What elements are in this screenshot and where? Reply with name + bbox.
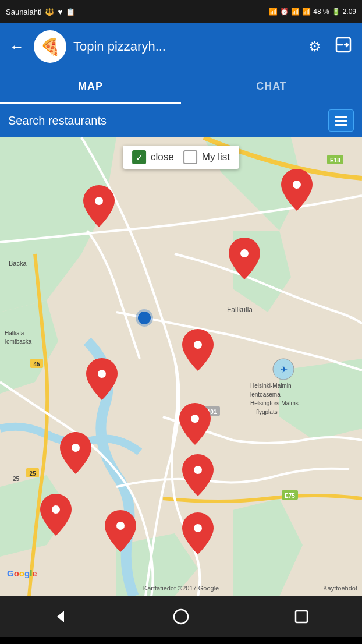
carrier-name: Saunalahti — [6, 8, 41, 16]
filter-bar: ✓ close My list — [123, 146, 239, 169]
battery-percent: 48 % — [313, 8, 329, 16]
exit-button[interactable] — [332, 33, 355, 60]
google-logo: Google — [7, 569, 37, 578]
svg-text:25: 25 — [29, 470, 36, 477]
wifi-icon: 📶 — [291, 8, 300, 16]
nav-back-button[interactable] — [47, 603, 74, 631]
tab-chat[interactable]: CHAT — [181, 70, 362, 102]
app-header: ← 🍕 Topin pizzaryh... ⚙ — [0, 23, 362, 70]
close-checkbox[interactable]: ✓ — [132, 150, 146, 164]
sim-icon: 📶 — [269, 8, 278, 16]
app-title: Topin pizzaryh... — [73, 39, 298, 54]
network-icon: 📶 — [302, 8, 311, 16]
svg-text:E75: E75 — [285, 493, 295, 499]
svg-text:101: 101 — [207, 409, 217, 415]
svg-marker-47 — [57, 611, 64, 622]
svg-text:flygplats: flygplats — [256, 409, 278, 415]
nav-recent-button[interactable] — [288, 603, 315, 631]
mylist-filter[interactable]: My list — [183, 150, 230, 164]
map-terms: Käyttöehdot — [323, 585, 357, 592]
google-attribution: Google — [7, 568, 37, 579]
alarm-icon: ⏰ — [280, 8, 289, 16]
map-svg: E18 E75 45 25 101 Backa Haltiala Tomtbac… — [0, 137, 362, 596]
search-text[interactable]: Search restaurants — [8, 114, 107, 128]
app-icon: 🍕 — [34, 30, 66, 63]
heart-icon: ♥ — [58, 8, 62, 16]
svg-text:Helsinki-Malmin: Helsinki-Malmin — [250, 383, 292, 389]
svg-text:45: 45 — [33, 361, 40, 367]
svg-text:E18: E18 — [330, 157, 340, 164]
status-left: Saunalahti 🔱 ♥ 📋 — [6, 8, 75, 16]
svg-rect-49 — [296, 611, 307, 622]
svg-point-48 — [174, 610, 188, 624]
menu-button[interactable] — [328, 109, 354, 132]
nav-home-button[interactable] — [167, 603, 195, 631]
back-button[interactable]: ← — [7, 36, 27, 58]
svg-text:Tomtbacka: Tomtbacka — [3, 338, 32, 345]
svg-text:25: 25 — [13, 476, 20, 482]
svg-text:✈: ✈ — [280, 365, 288, 374]
svg-text:Helsingfors-Malms: Helsingfors-Malms — [250, 400, 299, 406]
mylist-label: My list — [202, 151, 230, 163]
svg-text:lentoasema: lentoasema — [250, 391, 281, 398]
user-location — [138, 312, 151, 324]
map-copyright: Karttatiedot ©2017 Google — [143, 585, 219, 592]
mylist-checkbox[interactable] — [183, 150, 197, 164]
battery-icon: 🔋 — [332, 8, 340, 16]
close-filter[interactable]: ✓ close — [132, 150, 174, 164]
svg-text:Haltiala: Haltiala — [5, 330, 24, 337]
svg-text:Backa: Backa — [9, 260, 27, 267]
svg-text:Fallkulla: Fallkulla — [227, 306, 253, 314]
map-container[interactable]: E18 E75 45 25 101 Backa Haltiala Tomtbac… — [0, 137, 362, 596]
menu-icon — [335, 116, 347, 126]
tab-bar: MAP CHAT — [0, 70, 362, 104]
notification-icon: 📋 — [66, 8, 75, 16]
close-label: close — [151, 151, 174, 163]
status-bar: Saunalahti 🔱 ♥ 📋 📶 ⏰ 📶 📶 48 % 🔋 2.09 — [0, 0, 362, 23]
tab-map[interactable]: MAP — [0, 70, 181, 102]
time-display: 2.09 — [343, 8, 356, 16]
search-bar: Search restaurants — [0, 104, 362, 137]
signal-icon: 🔱 — [45, 8, 54, 16]
nav-bar — [0, 596, 362, 637]
settings-button[interactable]: ⚙ — [305, 35, 325, 58]
map-background: E18 E75 45 25 101 Backa Haltiala Tomtbac… — [0, 137, 362, 596]
status-right: 📶 ⏰ 📶 📶 48 % 🔋 2.09 — [269, 8, 356, 16]
